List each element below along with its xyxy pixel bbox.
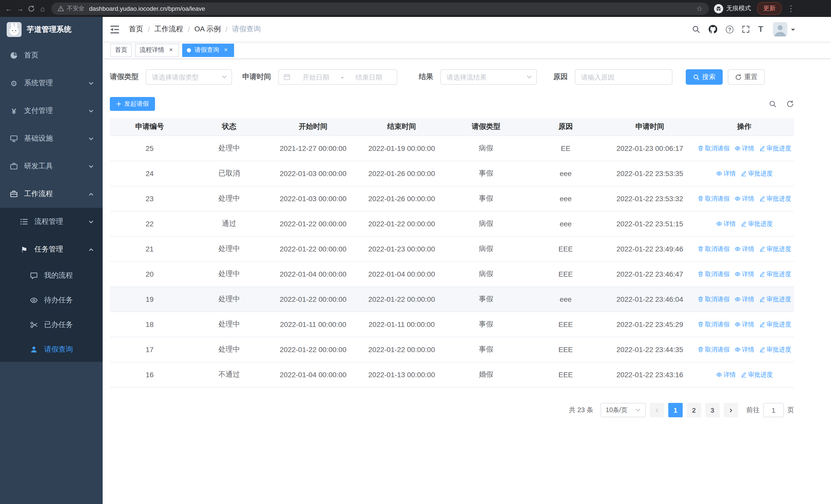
font-size-icon[interactable]: T (758, 25, 763, 33)
sidebar-item-system[interactable]: ⚙系统管理 (0, 69, 103, 97)
progress-button[interactable]: 审批进度 (740, 169, 773, 178)
breadcrumb-item[interactable]: 首页 (129, 25, 143, 34)
logo[interactable]: 芋道管理系统 (0, 17, 103, 41)
detail-button[interactable]: 详情 (734, 295, 754, 304)
page-button-1[interactable]: 1 (668, 403, 683, 417)
detail-button[interactable]: 详情 (734, 244, 754, 253)
url-text[interactable]: dashboard.yudao.iocoder.cn/bpm/oa/leave (89, 5, 696, 12)
browser-menu-icon[interactable]: ⋮ (787, 4, 795, 13)
progress-button[interactable]: 审批进度 (740, 219, 773, 228)
help-icon[interactable]: ? (726, 25, 734, 33)
progress-button[interactable]: 审批进度 (759, 295, 791, 304)
breadcrumb-item[interactable]: 工作流程 (154, 25, 183, 34)
detail-button[interactable]: 详情 (734, 194, 754, 203)
breadcrumb-item[interactable]: OA 示例 (195, 25, 221, 34)
sidebar-item-task-mgmt[interactable]: ⚑任务管理 (0, 236, 103, 263)
table-search-icon[interactable] (769, 100, 777, 108)
reason-input-box[interactable] (575, 69, 672, 85)
detail-button[interactable]: 详情 (716, 169, 736, 178)
sidebar-item-devtools[interactable]: 研发工具 (0, 152, 103, 180)
sidebar-item-payment[interactable]: ¥支付管理 (0, 97, 103, 125)
forward-icon[interactable]: → (15, 3, 26, 14)
tab-process-detail[interactable]: 流程详情× (135, 43, 179, 57)
sidebar-item-process-mgmt[interactable]: 流程管理 (0, 208, 103, 236)
eye-icon (734, 196, 740, 202)
detail-button[interactable]: 详情 (734, 270, 754, 278)
page-size-value[interactable] (606, 407, 633, 414)
avatar[interactable] (773, 22, 787, 36)
progress-button[interactable]: 审批进度 (759, 194, 791, 203)
prev-page-button[interactable]: ‹ (650, 403, 664, 417)
progress-button[interactable]: 审批进度 (759, 144, 791, 153)
goto-page-input[interactable] (763, 403, 784, 417)
create-leave-button[interactable]: 发起请假 (110, 97, 155, 111)
back-icon[interactable]: ← (3, 3, 15, 14)
cancel-leave-button[interactable]: 取消请假 (697, 270, 729, 278)
chrome-update-button[interactable]: 更新 (757, 2, 782, 15)
tag-close-icon[interactable]: × (167, 47, 174, 54)
cancel-leave-button[interactable]: 取消请假 (697, 244, 729, 253)
search-icon[interactable] (692, 25, 700, 33)
sidebar-item-infra[interactable]: 基础设施 (0, 125, 103, 152)
tag-close-icon[interactable]: × (222, 47, 229, 54)
end-date-input[interactable] (345, 73, 392, 81)
tab-home[interactable]: 首页 (110, 43, 132, 57)
filter-result: 结果 (419, 69, 537, 85)
progress-button[interactable]: 审批进度 (759, 345, 791, 354)
cancel-leave-button[interactable]: 取消请假 (697, 194, 729, 203)
home-icon[interactable]: ⌂ (37, 3, 48, 14)
sidebar-item-todo-task[interactable]: 待办任务 (0, 288, 103, 313)
cell-reason: EE (526, 136, 605, 161)
search-button[interactable]: 搜索 (686, 69, 723, 85)
progress-button[interactable]: 审批进度 (759, 244, 791, 253)
detail-button[interactable]: 详情 (734, 144, 754, 153)
reload-icon[interactable] (26, 3, 37, 14)
incognito-label: 无痕模式 (726, 4, 751, 13)
cancel-leave-button[interactable]: 取消请假 (697, 345, 729, 354)
date-range-picker[interactable]: - (278, 69, 397, 85)
sidebar-item-home[interactable]: 首页 (0, 41, 103, 69)
sidebar-item-done-task[interactable]: 已办任务 (0, 313, 103, 337)
result-value[interactable] (447, 73, 523, 81)
cancel-leave-button[interactable]: 取消请假 (697, 320, 729, 329)
github-icon[interactable] (708, 25, 718, 34)
sidebar-item-my-process[interactable]: 我的流程 (0, 263, 103, 288)
detail-button[interactable]: 详情 (716, 370, 736, 379)
detail-button[interactable]: 详情 (716, 219, 736, 228)
sidebar-item-workflow[interactable]: 工作流程 (0, 180, 103, 208)
detail-button[interactable]: 详情 (734, 320, 754, 329)
next-page-button[interactable]: › (724, 403, 738, 417)
progress-button[interactable]: 审批进度 (740, 370, 773, 379)
tab-leave-query[interactable]: 请假查询× (182, 43, 234, 57)
security-chip[interactable]: 不安全 (57, 5, 84, 12)
reason-input[interactable] (581, 73, 666, 81)
cell-end-time: 2022-01-22 00:00:00 (357, 337, 446, 362)
progress-button[interactable]: 审批进度 (759, 270, 791, 278)
table-row: 17处理中2022-01-22 00:00:002022-01-22 00:00… (110, 337, 794, 362)
sidebar-item-leave-query[interactable]: 请假查询 (0, 337, 103, 362)
chevron-down-icon (221, 74, 227, 80)
cell-start-time: 2022-01-03 00:00:00 (269, 186, 357, 211)
reset-button[interactable]: 重置 (728, 69, 765, 85)
cancel-leave-button[interactable]: 取消请假 (697, 295, 729, 304)
detail-button[interactable]: 详情 (734, 345, 754, 354)
bookmark-star-icon[interactable]: ☆ (696, 4, 703, 12)
edit-icon (759, 271, 765, 277)
cell-id: 18 (110, 312, 190, 337)
address-bar[interactable]: 不安全 dashboard.yudao.iocoder.cn/bpm/oa/le… (51, 2, 709, 14)
fullscreen-icon[interactable] (742, 25, 750, 33)
leave-type-value[interactable] (152, 73, 218, 81)
sidebar-item-label: 我的流程 (44, 271, 73, 280)
progress-button[interactable]: 审批进度 (759, 320, 791, 329)
cancel-leave-button[interactable]: 取消请假 (697, 144, 729, 153)
user-menu[interactable] (773, 22, 795, 36)
result-select[interactable] (440, 69, 537, 85)
table-refresh-icon[interactable] (786, 100, 794, 108)
hamburger-icon[interactable] (110, 25, 120, 34)
op-label: 详情 (742, 320, 754, 329)
page-size-select[interactable] (601, 403, 646, 417)
leave-type-select[interactable] (146, 69, 232, 85)
page-button-2[interactable]: 2 (687, 403, 701, 417)
page-button-3[interactable]: 3 (705, 403, 720, 417)
start-date-input[interactable] (292, 73, 339, 81)
